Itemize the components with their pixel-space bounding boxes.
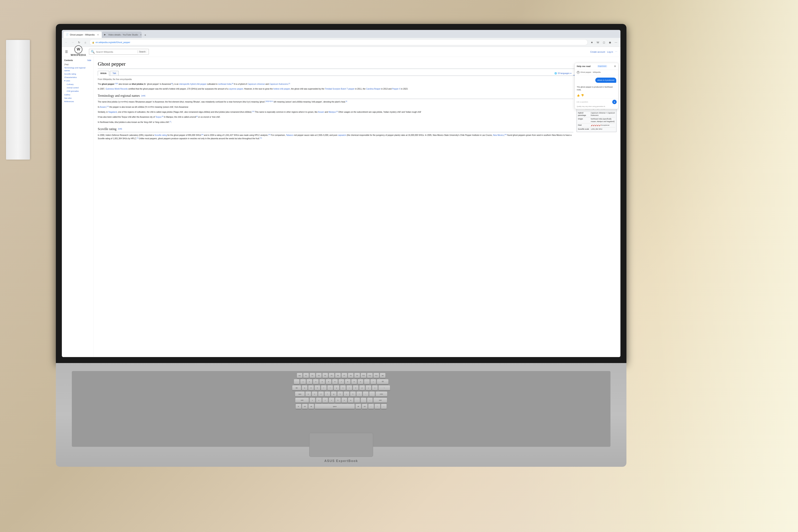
key-rshift[interactable]: shift: [374, 398, 387, 403]
key-k[interactable]: k: [350, 392, 356, 397]
northeast-india-link[interactable]: northeast India: [218, 83, 231, 85]
scoville-link[interactable]: Scoville rating: [154, 134, 167, 136]
key-6[interactable]: 6: [332, 379, 338, 384]
key-f3[interactable]: F3: [316, 373, 322, 378]
key-l[interactable]: l: [357, 392, 362, 397]
search-button[interactable]: Search: [137, 50, 147, 53]
toc-item-chili-grenades[interactable]: Chili grenades: [64, 89, 91, 93]
create-account-link[interactable]: Create account: [590, 51, 605, 53]
terminology-edit-link[interactable]: [edit]: [141, 95, 146, 97]
key-w[interactable]: w: [308, 385, 314, 391]
key-fn[interactable]: fn: [296, 404, 301, 409]
key-up-down-arrow[interactable]: ↑↓: [375, 404, 380, 409]
key-i[interactable]: i: [346, 385, 352, 391]
tezpur-link[interactable]: Tezpur: [155, 116, 161, 118]
key-2[interactable]: 2: [307, 379, 312, 384]
toc-item-uses[interactable]: ▾ Uses: [64, 79, 91, 82]
trinidad-link[interactable]: Trinidad Scorpion Butch T pepper: [325, 88, 355, 90]
bookmark-icon[interactable]: ★: [589, 40, 594, 45]
log-in-link[interactable]: Log in: [607, 51, 613, 53]
w-icon[interactable]: W: [595, 40, 601, 45]
key-j[interactable]: j: [344, 392, 349, 397]
profile-icon[interactable]: ◉: [607, 40, 612, 45]
key-rbracket[interactable]: ]: [372, 385, 378, 391]
key-t[interactable]: t: [327, 385, 333, 391]
key-f10[interactable]: F10: [361, 373, 366, 378]
key-n[interactable]: n: [342, 398, 347, 403]
ai-question-input[interactable]: [576, 101, 611, 103]
key-enter[interactable]: enter: [376, 392, 387, 397]
key-rctrl[interactable]: ctrl: [362, 404, 367, 409]
key-tab[interactable]: tab: [292, 385, 301, 391]
cayenne-link[interactable]: cayenne pepper: [229, 88, 243, 90]
key-minus[interactable]: -: [364, 379, 370, 384]
key-s[interactable]: s: [312, 392, 318, 397]
hottest-chili-link[interactable]: hottest chili pepper: [273, 88, 290, 90]
assam-link[interactable]: Assam: [100, 106, 106, 108]
menu-icon[interactable]: ⋯: [613, 40, 619, 45]
thumbup-button[interactable]: 👍: [577, 94, 580, 97]
key-z[interactable]: z: [310, 398, 315, 403]
key-del[interactable]: del: [380, 373, 385, 378]
key-p[interactable]: p: [359, 385, 365, 391]
key-quote[interactable]: ': [369, 392, 375, 397]
key-5[interactable]: 5: [326, 379, 331, 384]
key-slash[interactable]: /: [367, 398, 373, 403]
key-v[interactable]: v: [329, 398, 334, 403]
manipur-link[interactable]: Manipur: [328, 111, 336, 113]
toc-item-references[interactable]: References: [64, 100, 91, 103]
key-r[interactable]: r: [321, 385, 327, 391]
key-1[interactable]: 1: [300, 379, 306, 384]
key-x[interactable]: x: [316, 398, 322, 403]
key-semicolon[interactable]: ;: [363, 392, 368, 397]
key-f[interactable]: f: [325, 392, 330, 397]
search-input[interactable]: [96, 51, 136, 53]
interspecific-link[interactable]: interspecific hybrid chili pepper: [179, 83, 207, 85]
languages-button[interactable]: 🌐 33 languages ▾: [553, 71, 573, 75]
forward-button[interactable]: →: [70, 40, 75, 45]
key-4[interactable]: 4: [319, 379, 325, 384]
key-m[interactable]: m: [348, 398, 354, 403]
home-button[interactable]: ⌂: [83, 40, 88, 45]
capsicum-chinense-link[interactable]: Capsicum chinense: [247, 83, 265, 85]
key-o[interactable]: o: [353, 385, 359, 391]
toc-hide-button[interactable]: hide: [88, 59, 91, 61]
key-f11[interactable]: F11: [367, 373, 373, 378]
pepper-x-link[interactable]: Pepper X: [392, 88, 401, 90]
wiki-menu-button[interactable]: ☰: [65, 50, 68, 54]
wiki-tab-close[interactable]: ✕: [97, 33, 99, 36]
youtube-tab-close[interactable]: ✕: [140, 33, 141, 36]
key-lctrl[interactable]: ctrl: [302, 404, 308, 409]
tabasco-link[interactable]: Tabasco: [286, 134, 293, 136]
key-8[interactable]: 8: [345, 379, 350, 384]
new-mexico-link[interactable]: New Mexico: [493, 134, 504, 136]
reload-button[interactable]: ↻: [77, 40, 81, 45]
toc-item-gallery[interactable]: Gallery: [64, 93, 91, 96]
toc-item-characteristics[interactable]: Characteristics: [64, 76, 91, 79]
key-lbracket[interactable]: [: [366, 385, 371, 391]
toc-item-see-also[interactable]: See also: [64, 96, 91, 100]
key-f2[interactable]: F2: [310, 373, 315, 378]
key-0[interactable]: 0: [358, 379, 363, 384]
key-e[interactable]: e: [315, 385, 320, 391]
toc-item-top[interactable]: (Top): [64, 63, 91, 66]
key-q[interactable]: q: [302, 385, 307, 391]
more-options-icon[interactable]: ⋯: [615, 51, 617, 53]
guinness-link[interactable]: Guinness World Records: [106, 88, 128, 90]
thumbdown-button[interactable]: 👎: [581, 94, 584, 97]
key-h[interactable]: h: [337, 392, 343, 397]
key-comma[interactable]: ,: [354, 398, 360, 403]
key-f1[interactable]: F1: [303, 373, 309, 378]
key-f8[interactable]: F8: [348, 373, 354, 378]
browser-tab-wikipedia[interactable]: 📄 Ghost pepper - Wikipedia ✕: [63, 32, 102, 38]
key-backtick[interactable]: `: [294, 379, 300, 384]
key-d[interactable]: d: [318, 392, 324, 397]
capsicum-frutescens-link[interactable]: Capsicum frutescens: [269, 83, 288, 85]
key-a[interactable]: a: [305, 392, 311, 397]
laptop-touchpad[interactable]: [309, 433, 373, 457]
nagaland-link[interactable]: Nagaland: [108, 111, 117, 113]
address-bar[interactable]: 🔒 en.wikipedia.org/wiki/Ghost_pepper: [89, 39, 588, 45]
assam-link-2[interactable]: Assam: [318, 111, 324, 113]
key-ralt[interactable]: alt: [356, 404, 361, 409]
key-backspace[interactable]: ⌫: [377, 379, 388, 384]
